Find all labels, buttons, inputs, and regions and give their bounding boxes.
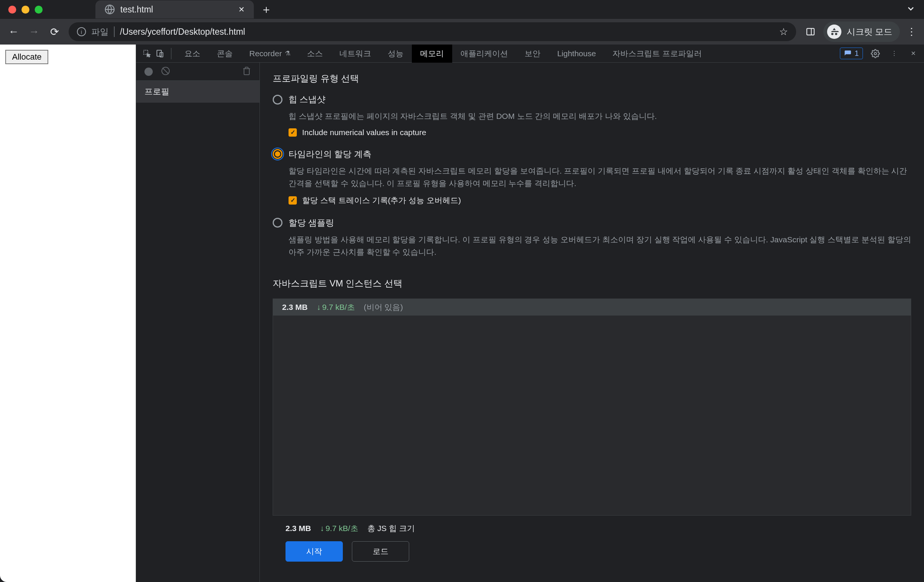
browser-tab[interactable]: test.html ✕	[96, 0, 254, 18]
option-label-2: 할당 샘플링	[289, 217, 334, 229]
record-button[interactable]	[144, 68, 153, 76]
devtools-tab-성능[interactable]: 성능	[380, 45, 412, 63]
devtools-tabbar: 요소콘솔Recorder⚗소스네트워크성능메모리애플리케이션보안Lighthou…	[136, 45, 924, 63]
vm-list-empty	[273, 316, 911, 515]
option-sub-label-0: Include numerical values in capture	[302, 128, 426, 137]
traffic-lights	[8, 6, 43, 13]
profiling-option-0: 힙 스냅샷 힙 스냅샷 프로필에는 페이지의 자바스크립트 객체 및 관련 DO…	[273, 94, 911, 137]
new-tab-button[interactable]: ＋	[261, 2, 272, 17]
reload-button[interactable]: ⟳	[48, 26, 60, 38]
incognito-label: 시크릿 모드	[847, 26, 892, 38]
inspect-element-icon[interactable]	[141, 47, 153, 60]
back-button[interactable]: ←	[8, 26, 20, 38]
total-heap-memory: 2.3 MB	[285, 524, 311, 533]
option-radio-0[interactable]	[273, 95, 282, 104]
issues-badge[interactable]: 1	[840, 48, 863, 59]
clear-profiles-icon[interactable]	[161, 66, 170, 77]
more-options-icon[interactable]: ⋮	[888, 47, 901, 60]
devtools-tab-메모리[interactable]: 메모리	[412, 45, 452, 63]
divider	[114, 26, 115, 37]
tab-title: test.html	[120, 5, 153, 15]
vm-rate: ↓9.7 kB/초	[317, 302, 355, 312]
window-titlebar: test.html ✕ ＋	[0, 0, 924, 19]
profiling-option-1: 타임라인의 할당 계측 할당 타임라인은 시간에 따라 계측된 자바스크립트 메…	[273, 148, 911, 206]
globe-icon	[104, 4, 115, 15]
vm-instance-table: 2.3 MB ↓9.7 kB/초 (비어 있음)	[273, 299, 911, 516]
vm-status: (비어 있음)	[364, 302, 403, 312]
option-sub-label-1: 할당 스택 트레이스 기록(추가 성능 오버헤드)	[302, 195, 461, 206]
profiling-option-2: 할당 샘플링 샘플링 방법을 사용해 메모리 할당을 기록합니다. 이 프로필 …	[273, 217, 911, 258]
profiling-type-title: 프로파일링 유형 선택	[273, 73, 911, 84]
devtools-tab-네트워크[interactable]: 네트워크	[331, 45, 380, 63]
load-button[interactable]: 로드	[352, 541, 409, 562]
option-radio-2[interactable]	[273, 218, 282, 228]
sidebar-item-profile[interactable]: 프로필	[136, 81, 259, 103]
devtools-main: 프로파일링 유형 선택 힙 스냅샷 힙 스냅샷 프로필에는 페이지의 자바스크립…	[260, 63, 924, 582]
option-desc-2: 샘플링 방법을 사용해 메모리 할당을 기록합니다. 이 프로필 유형의 경우 …	[289, 233, 911, 258]
devtools-tab-소스[interactable]: 소스	[299, 45, 331, 63]
page-viewport: Allocate	[0, 45, 136, 582]
incognito-icon	[827, 25, 842, 39]
address-bar: ← → ⟳ i 파일 /Users/yceffort/Desktop/test.…	[0, 19, 924, 45]
close-devtools-icon[interactable]: ✕	[907, 47, 919, 60]
option-label-1: 타임라인의 할당 계측	[289, 148, 371, 160]
down-arrow-icon: ↓	[320, 524, 324, 533]
total-heap-label: 총 JS 힙 크기	[367, 523, 415, 534]
tabs-dropdown-icon[interactable]	[906, 4, 916, 15]
option-desc-0: 힙 스냅샷 프로필에는 페이지의 자바스크립트 객체 및 관련 DOM 노드 간…	[289, 110, 911, 123]
svg-rect-1	[807, 28, 814, 35]
svg-rect-4	[157, 50, 162, 56]
heap-footer: 2.3 MB ↓9.7 kB/초 총 JS 힙 크기	[273, 516, 911, 541]
option-desc-1: 할당 타임라인은 시간에 따라 계측된 자바스크립트 메모리 할당을 보여줍니다…	[289, 165, 911, 190]
browser-menu-button[interactable]: ⋮	[907, 26, 916, 38]
devtools-tab-보안[interactable]: 보안	[516, 45, 549, 63]
svg-point-6	[874, 53, 876, 55]
address-path: /Users/yceffort/Desktop/test.html	[120, 27, 245, 37]
allocate-button[interactable]: Allocate	[5, 50, 48, 64]
devtools-tab-recorder[interactable]: Recorder⚗	[241, 45, 299, 63]
start-button[interactable]: 시작	[285, 541, 343, 562]
devtools-tab-콘솔[interactable]: 콘솔	[209, 45, 241, 63]
delete-icon[interactable]	[242, 66, 251, 77]
incognito-indicator[interactable]: 시크릿 모드	[823, 21, 900, 42]
minimize-window-button[interactable]	[21, 6, 30, 13]
issues-count: 1	[855, 49, 859, 58]
omnibox[interactable]: i 파일 /Users/yceffort/Desktop/test.html ☆	[69, 22, 796, 41]
devtools-sidebar: 프로필	[136, 63, 260, 582]
devtools-tab-요소[interactable]: 요소	[176, 45, 209, 63]
bookmark-star-icon[interactable]: ☆	[779, 26, 788, 38]
vm-instance-row[interactable]: 2.3 MB ↓9.7 kB/초 (비어 있음)	[273, 299, 911, 316]
close-tab-icon[interactable]: ✕	[238, 5, 245, 14]
option-label-0: 힙 스냅샷	[289, 94, 325, 105]
total-heap-rate: ↓9.7 kB/초	[320, 523, 358, 534]
devtools-panel: 요소콘솔Recorder⚗소스네트워크성능메모리애플리케이션보안Lighthou…	[136, 45, 924, 582]
devtools-tab-자바스크립트 프로파일러[interactable]: 자바스크립트 프로파일러	[604, 45, 710, 63]
vm-instance-title: 자바스크립트 VM 인스턴스 선택	[273, 278, 911, 289]
close-window-button[interactable]	[8, 6, 16, 13]
devtools-tab-애플리케이션[interactable]: 애플리케이션	[452, 45, 516, 63]
maximize-window-button[interactable]	[35, 6, 43, 13]
devtools-tab-lighthouse[interactable]: Lighthouse	[549, 45, 604, 63]
info-icon[interactable]: i	[77, 27, 86, 36]
option-checkbox-1[interactable]	[289, 196, 297, 205]
svg-line-8	[163, 68, 168, 74]
forward-button[interactable]: →	[28, 26, 40, 38]
option-checkbox-0[interactable]	[289, 128, 297, 137]
panel-icon[interactable]	[804, 26, 817, 38]
profile-toolbar	[136, 63, 259, 81]
address-scheme-label: 파일	[91, 26, 109, 38]
option-radio-1[interactable]	[273, 149, 282, 159]
settings-gear-icon[interactable]	[869, 47, 882, 60]
down-arrow-icon: ↓	[317, 303, 321, 312]
vm-memory: 2.3 MB	[282, 303, 308, 312]
device-mode-icon[interactable]	[153, 47, 166, 60]
